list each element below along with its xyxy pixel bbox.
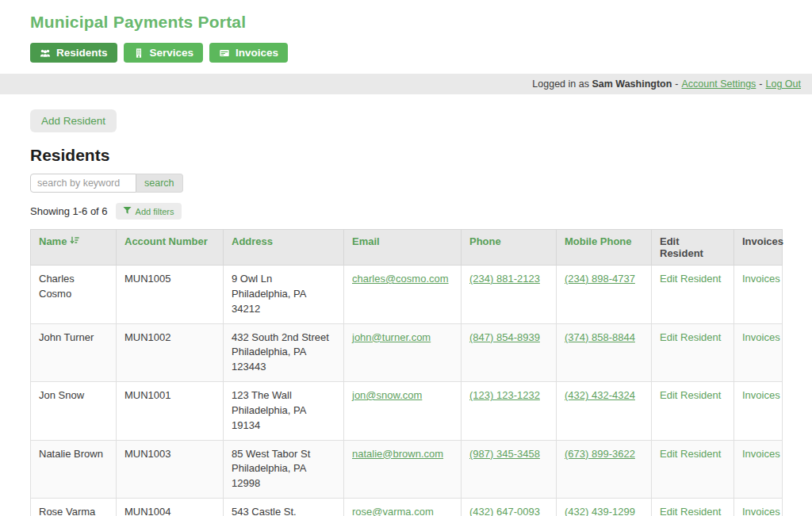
table-header-row: Name Account Number Address Email Phone … [31,230,783,266]
account-number: MUN1005 [117,266,224,324]
log-out-link[interactable]: Log Out [766,78,801,90]
table-row: Rose Varma MUN1004 543 Castle St.Philade… [31,499,783,516]
address-line1: 85 West Tabor St [232,447,335,462]
table-row: Charles Cosmo MUN1005 9 Owl LnPhiladelph… [31,266,783,324]
address-line1: 432 South 2nd Street [232,331,335,346]
mobile-phone-link[interactable]: (374) 858-8844 [565,331,635,343]
edit-resident-link[interactable]: Edit Resident [660,506,721,516]
building-icon [133,48,144,59]
resident-name: Jon Snow [31,382,117,441]
edit-resident-link[interactable]: Edit Resident [660,448,721,460]
phone-link[interactable]: (234) 881-2123 [469,273,540,285]
address-line2: Philadelphia, PA 34212 [232,287,335,317]
invoices-link[interactable]: Invoices [742,331,780,343]
column-header-phone[interactable]: Phone [462,230,557,266]
address: 432 South 2nd StreetPhiladelphia, PA 123… [224,323,344,382]
mobile-phone-link[interactable]: (673) 899-3622 [565,448,635,460]
separator: - [759,78,762,90]
edit-resident-link[interactable]: Edit Resident [660,331,721,343]
credit-card-icon [219,48,230,59]
account-number: MUN1003 [117,440,224,499]
search-form: search [30,174,782,193]
table-row: Jon Snow MUN1001 123 The WallPhiladelphi… [31,382,783,441]
separator: - [675,78,678,90]
address-line1: 9 Owl Ln [232,272,335,287]
column-header-email[interactable]: Email [344,230,462,266]
mobile-phone-link[interactable]: (432) 439-1299 [565,506,635,516]
column-header-address[interactable]: Address [224,230,344,266]
email-link[interactable]: rose@varma.com [352,506,434,516]
mobile-phone-link[interactable]: (432) 432-4324 [565,389,635,401]
edit-resident-link[interactable]: Edit Resident [660,389,721,401]
address-line2: Philadelphia, PA 19134 [232,403,335,434]
showing-count-text: Showing 1-6 of 6 [30,205,108,217]
invoices-link[interactable]: Invoices [742,448,780,460]
residents-table: Name Account Number Address Email Phone … [30,229,783,516]
nav-button-invoices[interactable]: Invoices [209,43,288,63]
invoices-link[interactable]: Invoices [742,506,780,516]
address-line2: Philadelphia, PA 123443 [232,345,335,375]
page-header: Municipal Payments Portal Residents [0,0,812,63]
sort-icon [70,235,79,247]
address-line1: 123 The Wall [232,388,335,403]
nav-label: Residents [56,47,108,59]
nav-button-residents[interactable]: Residents [30,43,117,63]
edit-resident-link[interactable]: Edit Resident [660,273,721,285]
nav-label: Services [150,47,194,59]
add-filters-label: Add filters [136,207,174,216]
account-number: MUN1004 [117,499,224,516]
mobile-phone-link[interactable]: (234) 898-4737 [565,273,635,285]
nav-button-services[interactable]: Services [124,43,204,63]
search-button[interactable]: search [136,174,183,193]
address: 123 The WallPhiladelphia, PA 19134 [224,382,344,441]
phone-link[interactable]: (432) 647-0093 [469,506,540,516]
search-input[interactable] [30,174,136,193]
main-nav: Residents Services [30,43,812,63]
email-link[interactable]: john@turner.com [352,331,431,343]
phone-link[interactable]: (847) 854-8939 [469,331,540,343]
resident-name: Natalie Brown [31,440,117,499]
column-header-account-number[interactable]: Account Number [117,230,224,266]
column-header-mobile-phone[interactable]: Mobile Phone [557,230,652,266]
account-number: MUN1001 [117,382,224,441]
filter-icon [123,206,132,216]
table-row: John Turner MUN1002 432 South 2nd Street… [31,323,783,382]
results-meta-row: Showing 1-6 of 6 Add filters [30,203,782,220]
column-header-label: Name [39,235,67,247]
column-header-invoices: Invoices [734,230,783,266]
email-link[interactable]: natalie@brown.com [352,448,443,460]
main-content: Add Resident Residents search Showing 1-… [0,94,812,516]
invoices-link[interactable]: Invoices [742,273,780,285]
column-header-name[interactable]: Name [31,230,117,266]
resident-name: Charles Cosmo [31,266,117,324]
logged-in-username: Sam Washington [592,78,672,90]
app-title: Municipal Payments Portal [30,13,812,32]
nav-label: Invoices [236,47,278,59]
phone-link[interactable]: (987) 345-3458 [469,448,540,460]
resident-name: John Turner [31,323,117,382]
account-number: MUN1002 [117,323,224,382]
add-resident-button[interactable]: Add Resident [30,109,117,132]
phone-link[interactable]: (123) 123-1232 [469,389,540,401]
address-line2: Philadelphia, PA 12998 [232,461,335,491]
user-status-bar: Logged in as Sam Washington - Account Se… [0,74,812,94]
email-link[interactable]: jon@snow.com [352,389,422,401]
account-settings-link[interactable]: Account Settings [682,78,756,90]
address: 85 West Tabor StPhiladelphia, PA 12998 [224,440,344,499]
invoices-link[interactable]: Invoices [742,389,780,401]
column-header-edit-resident: Edit Resident [652,230,734,266]
page-title: Residents [30,146,782,165]
address: 9 Owl LnPhiladelphia, PA 34212 [224,266,344,324]
logged-in-prefix: Logged in as [532,78,589,90]
table-row: Natalie Brown MUN1003 85 West Tabor StPh… [31,440,783,499]
address: 543 Castle St.Philadelphia, PA 12383 [224,499,344,516]
email-link[interactable]: charles@cosmo.com [352,273,449,285]
resident-name: Rose Varma [31,499,117,516]
users-icon [40,48,51,59]
add-filters-button[interactable]: Add filters [116,203,182,220]
address-line1: 543 Castle St. [232,505,335,516]
